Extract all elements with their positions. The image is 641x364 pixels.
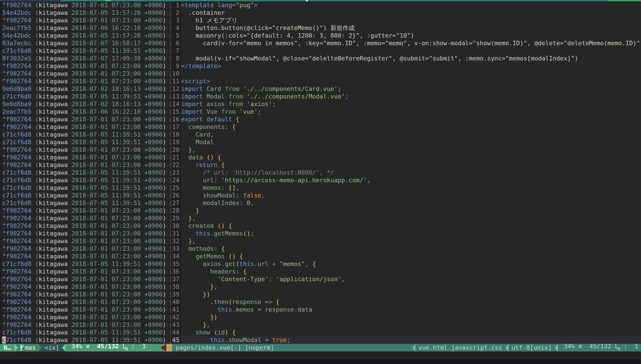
code-line[interactable]: 39 }): [172, 290, 641, 298]
code-line[interactable]: 7: [172, 47, 641, 54]
vertical-split-bar[interactable]: |: [168, 237, 172, 245]
blame-line[interactable]: ^f902764 (kitagawa 2018-07-01 07:23:00 +…: [2, 161, 168, 169]
code-line[interactable]: 6 card(v-for="memo in memos", :key="memo…: [172, 40, 641, 47]
vertical-split-bar[interactable]: |: [168, 138, 172, 146]
blame-line[interactable]: ^f902764 (kitagawa 2018-07-01 07:23:00 +…: [2, 237, 168, 245]
blame-line[interactable]: c71cf6d8 (kitagawa 2018-07-05 11:39:51 +…: [2, 131, 168, 138]
vertical-split-bar[interactable]: |: [168, 54, 172, 62]
code-line[interactable]: 27 modalIndex: 0,: [172, 199, 641, 207]
blame-line[interactable]: 2eac7fb5 (kitagawa 2018-07-06 16:22:10 +…: [2, 24, 168, 32]
vertical-split-bar[interactable]: |: [168, 336, 172, 344]
vertical-split-bar[interactable]: |: [168, 252, 172, 260]
blame-line[interactable]: c71cf6d8 (kitagawa 2018-07-05 11:39:51 +…: [2, 260, 168, 268]
blame-line[interactable]: 03a7ecbc (kitagawa 2018-07-07 16:58:17 +…: [2, 40, 168, 47]
blame-line[interactable]: c71cf6d8 (kitagawa 2018-07-05 11:39:51 +…: [2, 176, 168, 184]
git-blame-pane[interactable]: ^f902764 (kitagawa 2018-07-01 07:23:00 +…: [0, 1, 168, 344]
code-pane[interactable]: 1<template lang="pug">2 .container3 h1 メ…: [172, 1, 641, 344]
blame-line[interactable]: ^f902764 (kitagawa 2018-07-01 07:23:00 +…: [2, 230, 168, 237]
vertical-split-bar[interactable]: |: [168, 283, 172, 290]
blame-line[interactable]: c71cf6d8 (kitagawa 2018-07-05 11:39:51 +…: [2, 199, 168, 207]
vertical-split-bar[interactable]: |: [168, 100, 172, 108]
code-line[interactable]: 19 Modal: [172, 138, 641, 146]
blame-line[interactable]: c71cf6d8 (kitagawa 2018-07-05 11:39:51 +…: [2, 169, 168, 176]
vertical-split-bar[interactable]: |: [168, 1, 172, 9]
blame-line[interactable]: 8f3032e5 (kitagawa 2018-07-07 17:09:38 +…: [2, 54, 168, 62]
blame-line[interactable]: ^f902764 (kitagawa 2018-07-01 07:23:00 +…: [2, 321, 168, 329]
blame-line[interactable]: ^f902764 (kitagawa 2018-07-01 07:23:00 +…: [2, 207, 168, 214]
blame-line[interactable]: ^f902764 (kitagawa 2018-07-01 07:23:00 +…: [2, 306, 168, 314]
blame-line[interactable]: c71cf6d8 (kitagawa 2018-07-05 11:39:51 +…: [2, 47, 168, 54]
vertical-split-bar[interactable]: |: [168, 321, 172, 329]
blame-line[interactable]: c71cf6d8 (kitagawa 2018-07-05 11:39:51 +…: [2, 138, 168, 146]
vertical-split-bar[interactable]: |: [168, 306, 172, 314]
code-line[interactable]: 44 show (id) {: [172, 329, 641, 336]
blame-line[interactable]: c71cf6d8 (kitagawa 2018-07-05 11:39:51 +…: [2, 93, 168, 100]
vertical-split-bar[interactable]: |: [168, 24, 172, 32]
blame-line[interactable]: ^f902764 (kitagawa 2018-07-01 07:23:00 +…: [2, 222, 168, 230]
code-line[interactable]: 26 showModal: false,: [172, 192, 641, 199]
vertical-split-bar[interactable]: |: [168, 78, 172, 85]
code-line[interactable]: 8 modal(v-if="showModal", @close="delelt…: [172, 54, 641, 62]
vertical-split-bar[interactable]: |: [168, 47, 172, 54]
vertical-split-bar[interactable]: |: [168, 329, 172, 336]
vertical-split-bar[interactable]: |: [168, 275, 172, 283]
vertical-split-bar[interactable]: |: [168, 16, 172, 24]
blame-line[interactable]: ^f902764 (kitagawa 2018-07-01 07:23:00 +…: [2, 1, 168, 9]
window-separator[interactable]: ||||||||||||||||||||||||||||||||||||||||…: [168, 1, 172, 344]
code-line[interactable]: 30 created () {: [172, 222, 641, 230]
code-line[interactable]: 5 masonry(:cols="{default: 4, 1200: 3, 8…: [172, 32, 641, 40]
blame-line[interactable]: ^f902764 (kitagawa 2018-07-01 07:23:00 +…: [2, 214, 168, 222]
code-line[interactable]: 17 components: {: [172, 123, 641, 131]
vertical-split-bar[interactable]: |: [168, 123, 172, 131]
blame-line[interactable]: c71cf6d8 (kitagawa 2018-07-05 11:39:51 +…: [2, 184, 168, 192]
code-line[interactable]: 10: [172, 70, 641, 78]
vertical-split-bar[interactable]: |: [168, 169, 172, 176]
vertical-split-bar[interactable]: |: [168, 146, 172, 154]
vertical-split-bar[interactable]: |: [168, 176, 172, 184]
vertical-split-bar[interactable]: |: [168, 40, 172, 47]
vertical-split-bar[interactable]: |: [168, 260, 172, 268]
vertical-split-bar[interactable]: |: [168, 207, 172, 214]
blame-line[interactable]: 9e6d8ba9 (kitagawa 2018-07-02 18:16:13 +…: [2, 100, 168, 108]
vertical-split-bar[interactable]: |: [168, 32, 172, 40]
blame-line[interactable]: ^f902764 (kitagawa 2018-07-01 07:23:00 +…: [2, 146, 168, 154]
vertical-split-bar[interactable]: |: [168, 116, 172, 123]
blame-line[interactable]: ^f902764 (kitagawa 2018-07-01 07:23:00 +…: [2, 16, 168, 24]
vertical-split-bar[interactable]: |: [168, 192, 172, 199]
blame-line[interactable]: ^f902764 (kitagawa 2018-07-01 07:23:00 +…: [2, 290, 168, 298]
vertical-split-bar[interactable]: |: [168, 9, 172, 16]
vertical-split-bar[interactable]: |: [168, 62, 172, 70]
vertical-split-bar[interactable]: |: [168, 154, 172, 161]
code-line[interactable]: 29 },: [172, 214, 641, 222]
blame-line[interactable]: ^f902764 (kitagawa 2018-07-01 07:23:00 +…: [2, 275, 168, 283]
code-line[interactable]: 4 button.button(@click="createMemo()") 新…: [172, 24, 641, 32]
code-line[interactable]: 34 getMemos () {: [172, 252, 641, 260]
blame-line[interactable]: ^f902764 (kitagawa 2018-07-01 07:23:00 +…: [2, 283, 168, 290]
vertical-split-bar[interactable]: |: [168, 93, 172, 100]
vertical-split-bar[interactable]: |: [168, 230, 172, 237]
blame-line[interactable]: ^f902764 (kitagawa 2018-07-01 07:23:00 +…: [2, 252, 168, 260]
code-line[interactable]: 43 },: [172, 321, 641, 329]
code-line[interactable]: 22 return {: [172, 161, 641, 169]
vertical-split-bar[interactable]: |: [168, 184, 172, 192]
code-line[interactable]: 38 },: [172, 283, 641, 290]
vertical-split-bar[interactable]: |: [168, 222, 172, 230]
vertical-split-bar[interactable]: |: [168, 314, 172, 321]
blame-line[interactable]: ^f902764 (kitagawa 2018-07-01 07:23:00 +…: [2, 62, 168, 70]
code-line[interactable]: 12import Card from './../components/Card…: [172, 85, 641, 93]
code-line[interactable]: 23 /* url: 'http://localhost:8080/', */: [172, 169, 641, 176]
code-line[interactable]: 16export default {: [172, 116, 641, 123]
blame-line[interactable]: 54e42bdc (kitagawa 2018-07-05 13:57:20 +…: [2, 9, 168, 16]
code-line[interactable]: 1<template lang="pug">: [172, 1, 641, 9]
blame-line[interactable]: ^f902764 (kitagawa 2018-07-01 07:23:00 +…: [2, 314, 168, 321]
vertical-split-bar[interactable]: |: [168, 214, 172, 222]
vertical-split-bar[interactable]: |: [168, 199, 172, 207]
code-line[interactable]: 32 },: [172, 237, 641, 245]
code-line[interactable]: 9</template>: [172, 62, 641, 70]
code-line[interactable]: 31 this.getMemos();: [172, 230, 641, 237]
blame-line[interactable]: ^f902764 (kitagawa 2018-07-01 07:23:00 +…: [2, 116, 168, 123]
vertical-split-bar[interactable]: |: [168, 268, 172, 275]
blame-line[interactable]: ^f902764 (kitagawa 2018-07-01 07:23:00 +…: [2, 298, 168, 306]
code-line[interactable]: 36 headers: {: [172, 268, 641, 275]
blame-line[interactable]: 54e42bdc (kitagawa 2018-07-05 13:57:20 +…: [2, 32, 168, 40]
